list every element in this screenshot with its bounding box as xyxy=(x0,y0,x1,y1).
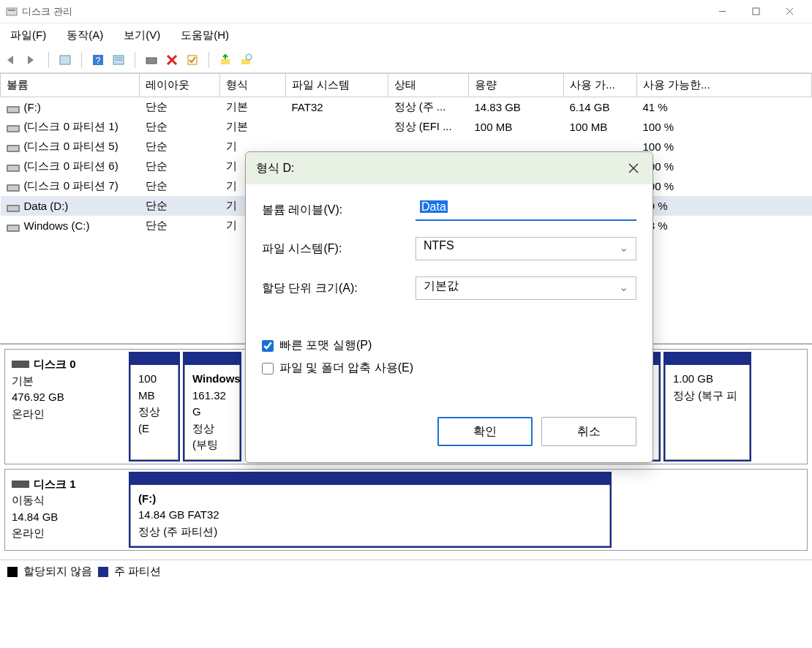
svg-rect-26 xyxy=(8,166,18,170)
alloc-size-label: 할당 단위 크기(A): xyxy=(262,281,416,296)
svg-rect-12 xyxy=(146,58,157,64)
back-button[interactable] xyxy=(4,51,22,69)
menu-help[interactable]: 도움말(H) xyxy=(175,26,235,45)
compress-label: 파일 및 폴더 압축 사용(E) xyxy=(279,361,413,376)
volume-label-input[interactable]: Data xyxy=(416,199,636,221)
col-status[interactable]: 상태 xyxy=(388,74,469,97)
legend-unalloc: 할당되지 않음 xyxy=(23,565,92,579)
dialog-titlebar: 형식 D: xyxy=(246,152,653,184)
extend-icon[interactable] xyxy=(217,51,234,69)
alloc-size-select[interactable]: 기본값 xyxy=(416,276,636,300)
file-system-label: 파일 시스템(F): xyxy=(262,241,416,257)
table-row[interactable]: (F:)단순기본FAT32정상 (주 ...14.83 GB6.14 GB41 … xyxy=(1,97,812,118)
properties-icon[interactable] xyxy=(184,51,201,69)
disk-icon xyxy=(12,481,29,488)
show-hide-icon[interactable] xyxy=(56,51,74,69)
table-header: 볼륨 레이아웃 형식 파일 시스템 상태 용량 사용 가... 사용 가능한..… xyxy=(1,74,812,97)
legend-primary: 주 파티션 xyxy=(114,565,161,579)
svg-rect-1 xyxy=(8,10,15,11)
col-type[interactable]: 형식 xyxy=(220,74,286,97)
disk-info: 디스크 1이동식14.84 GB온라인 xyxy=(7,472,124,549)
svg-rect-20 xyxy=(8,108,18,112)
forward-button[interactable] xyxy=(23,51,41,69)
legend: 할당되지 않음 주 파티션 xyxy=(0,560,812,583)
volume-icon xyxy=(7,162,20,171)
compress-checkbox[interactable] xyxy=(262,363,274,374)
col-fs[interactable]: 파일 시스템 xyxy=(286,74,388,97)
col-used[interactable]: 사용 가... xyxy=(564,74,637,97)
dialog-title: 형식 D: xyxy=(256,161,294,176)
partition-box[interactable]: Windows161.32 G정상 (부팅 xyxy=(183,352,241,461)
toolbar: ? xyxy=(0,47,812,73)
disk-info: 디스크 0기본476.92 GB온라인 xyxy=(7,352,124,461)
partition-box[interactable]: 1.00 GB정상 (복구 피 xyxy=(663,352,751,461)
disk-mgmt-icon xyxy=(6,6,18,18)
table-row[interactable]: (디스크 0 파티션 1)단순기본정상 (EFI ...100 MB100 MB… xyxy=(1,117,812,137)
menu-file[interactable]: 파일(F) xyxy=(4,26,52,45)
shrink-icon[interactable] xyxy=(237,51,255,69)
close-button[interactable] xyxy=(772,1,806,23)
volume-icon xyxy=(7,182,20,191)
col-pct[interactable]: 사용 가능한... xyxy=(637,74,812,97)
volume-icon xyxy=(7,222,20,231)
col-layout[interactable]: 레이아웃 xyxy=(140,74,220,97)
svg-point-18 xyxy=(246,54,252,60)
maximize-button[interactable] xyxy=(739,1,772,23)
cancel-button[interactable]: 취소 xyxy=(541,417,636,446)
titlebar: 디스크 관리 xyxy=(0,0,812,23)
disk-row: 디스크 1이동식14.84 GB온라인(F:)14.84 GB FAT32정상 … xyxy=(4,469,808,551)
primary-swatch xyxy=(98,567,108,577)
menu-action[interactable]: 동작(A) xyxy=(61,26,109,45)
unalloc-swatch xyxy=(7,567,18,577)
volume-icon xyxy=(7,123,20,132)
volume-icon xyxy=(7,203,20,211)
disk-icon xyxy=(12,361,29,368)
svg-text:?: ? xyxy=(96,56,101,66)
svg-rect-6 xyxy=(60,56,70,64)
quick-format-checkbox[interactable] xyxy=(262,340,274,352)
svg-rect-32 xyxy=(8,226,18,230)
svg-rect-0 xyxy=(7,8,17,15)
col-capacity[interactable]: 용량 xyxy=(469,74,564,97)
refresh-icon[interactable] xyxy=(143,51,160,69)
svg-rect-24 xyxy=(8,146,18,151)
volume-icon xyxy=(7,104,20,113)
minimize-button[interactable] xyxy=(705,1,739,23)
delete-icon[interactable] xyxy=(163,51,181,69)
file-system-select[interactable]: NTFS xyxy=(416,237,636,260)
svg-rect-28 xyxy=(8,186,18,190)
help-icon[interactable]: ? xyxy=(89,51,107,69)
format-dialog: 형식 D: 볼륨 레이블(V): Data 파일 시스템(F): NTFS 할당… xyxy=(245,151,653,463)
svg-rect-3 xyxy=(753,8,759,15)
ok-button[interactable]: 확인 xyxy=(437,417,533,446)
menubar: 파일(F) 동작(A) 보기(V) 도움말(H) xyxy=(0,23,812,47)
svg-rect-22 xyxy=(8,127,18,131)
dialog-close-button[interactable] xyxy=(625,159,642,177)
list-icon[interactable] xyxy=(110,51,127,69)
partition-box[interactable]: 100 MB정상 (E xyxy=(129,352,180,461)
svg-rect-30 xyxy=(8,206,18,211)
volume-label-label: 볼륨 레이블(V): xyxy=(262,203,416,218)
volume-icon xyxy=(7,143,20,151)
col-volume[interactable]: 볼륨 xyxy=(1,74,140,97)
svg-rect-16 xyxy=(221,59,230,64)
window-title: 디스크 관리 xyxy=(22,5,72,18)
menu-view[interactable]: 보기(V) xyxy=(118,26,166,45)
partition-box[interactable]: (F:)14.84 GB FAT32정상 (주 파티션) xyxy=(129,472,612,549)
quick-format-label: 빠른 포맷 실행(P) xyxy=(279,338,372,353)
